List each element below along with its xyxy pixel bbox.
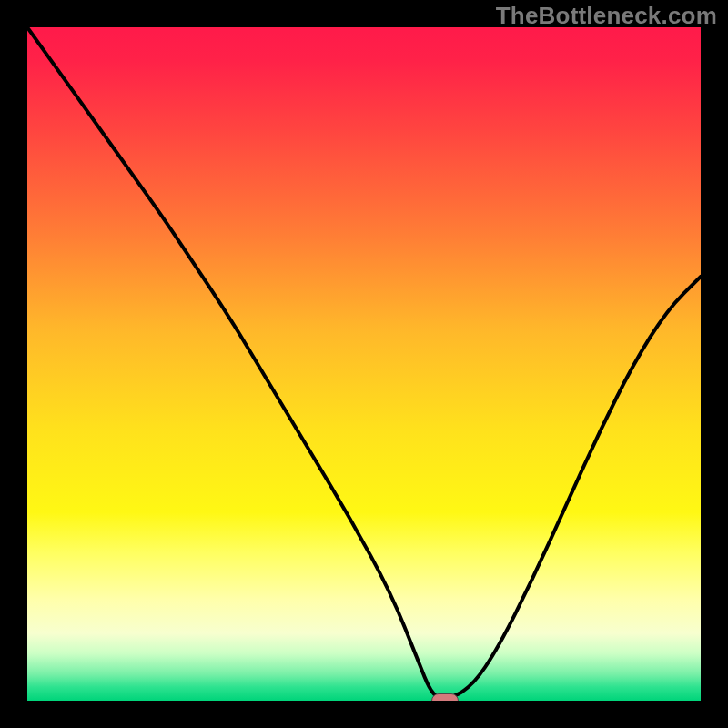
bottleneck-chart: TheBottleneck.com <box>0 0 728 728</box>
plot-area <box>27 27 701 701</box>
watermark-text: TheBottleneck.com <box>496 2 717 30</box>
bottleneck-curve <box>27 27 701 701</box>
optimal-point-marker <box>431 693 459 701</box>
